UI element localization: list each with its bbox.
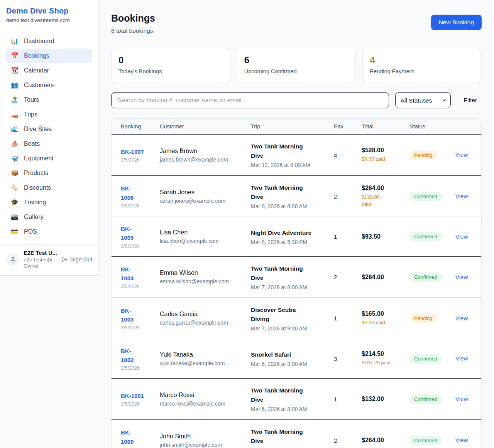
user-section: E2E Test U... e2e-tester@... Owner Sign … xyxy=(0,244,98,275)
sidebar-nav-item[interactable]: 💳 POS xyxy=(6,224,92,239)
booking-date: 3/5/2026 xyxy=(121,244,151,249)
sidebar-nav-item[interactable]: 🤿 Equipment xyxy=(6,151,92,166)
sidebar-nav-item[interactable]: 📊 Dashboard xyxy=(6,34,92,49)
sidebar-nav-item[interactable]: ⛵ Boats xyxy=(6,136,92,151)
nav-item-icon: 📅 xyxy=(11,53,19,59)
nav-item-label: Tours xyxy=(24,96,39,103)
total-amount: $165.00 xyxy=(362,310,400,317)
booking-date: 3/5/2026 xyxy=(121,325,151,330)
col-trip: Trip xyxy=(246,119,329,135)
customer-email: yuki.tanaka@example.com xyxy=(160,360,242,366)
view-link[interactable]: View xyxy=(455,396,468,402)
trip-name: Two Tank Morning Dive xyxy=(251,264,325,283)
sidebar-nav-item[interactable]: 🚤 Trips xyxy=(6,107,92,122)
booking-date: 3/5/2026 xyxy=(121,401,151,407)
status-select[interactable]: All Statuses xyxy=(395,92,451,108)
sidebar-nav-item[interactable]: 🎓 Training xyxy=(6,195,92,210)
customer-name: James Brown xyxy=(160,148,242,155)
total-amount: $528.00 xyxy=(362,147,400,154)
nav-item-label: Dashboard xyxy=(24,38,54,45)
sidebar-nav-item[interactable]: 👥 Customers xyxy=(6,78,92,93)
table-row: BK- 1006 3/5/2026 Sarah Jones sarah.jone… xyxy=(112,176,482,217)
nav-item-icon: 👥 xyxy=(11,82,19,88)
page-title: Bookings xyxy=(111,13,155,24)
table-row: BK-1001 3/5/2026 Marco Rossi marco.rossi… xyxy=(112,379,482,420)
trip-time: Mar 12, 2026 at 8:00 AM xyxy=(251,162,325,168)
nav-item-icon: 📊 xyxy=(11,38,19,44)
customer-email: john.smith@example.com xyxy=(160,442,242,448)
booking-id-link[interactable]: BK- 1004 xyxy=(121,265,134,283)
customer-email: lisa.chen@example.com xyxy=(160,238,242,244)
customer-name: Sarah Jones xyxy=(160,189,242,196)
nav-item-label: Calendar xyxy=(24,67,49,74)
view-link[interactable]: View xyxy=(455,193,468,199)
nav-item-label: Training xyxy=(24,199,46,206)
nav-item-label: Products xyxy=(24,170,48,177)
sidebar-nav-item[interactable]: 📅 Bookings xyxy=(6,49,92,63)
view-link[interactable]: View xyxy=(455,355,468,362)
sign-out-button[interactable]: Sign Out xyxy=(62,256,92,263)
nav-item-icon: 🎓 xyxy=(11,199,19,205)
booking-id-link[interactable]: BK- 1003 xyxy=(121,306,134,324)
booking-id-link[interactable]: BK- 1000 xyxy=(121,428,134,446)
user-avatar xyxy=(6,253,19,266)
nav-item-label: Customers xyxy=(24,82,54,89)
trip-name: Two Tank Morning Dive xyxy=(251,183,325,202)
view-link[interactable]: View xyxy=(455,152,468,158)
booking-id-link[interactable]: BK-1007 xyxy=(121,147,144,156)
sidebar-nav-item[interactable]: 📆 Calendar xyxy=(6,63,92,78)
new-booking-button[interactable]: New Booking xyxy=(431,15,482,30)
status-select-wrap: All Statuses xyxy=(395,92,451,108)
sidebar-nav-item[interactable]: 🌊 Dive Sites xyxy=(6,122,92,136)
trip-name: Night Dive Adventure xyxy=(251,228,325,237)
nav-item-icon: 🏷️ xyxy=(11,185,19,191)
sidebar-header: Demo Dive Shop demo.test.divestreams.com xyxy=(0,0,98,29)
view-link[interactable]: View xyxy=(455,274,468,280)
view-link[interactable]: View xyxy=(455,233,468,240)
stat-label: Today's Bookings xyxy=(118,68,223,74)
bookings-table-card: Booking Customer Trip Pax Total Status B… xyxy=(111,118,482,448)
booking-date: 3/5/2026 xyxy=(121,284,151,289)
table-row: BK- 1004 3/5/2026 Emma Wilson emma.wilso… xyxy=(112,256,482,298)
nav-item-icon: 🤿 xyxy=(11,155,19,162)
col-total: Total xyxy=(357,119,405,135)
stat-value: 6 xyxy=(244,55,349,66)
trip-name: Two Tank Morning Dive xyxy=(251,142,325,160)
paid-amount: $107.25 paid xyxy=(362,359,400,367)
total-amount: $214.50 xyxy=(362,350,400,357)
booking-id-link[interactable]: BK- 1006 xyxy=(121,184,134,202)
nav-item-icon: 📆 xyxy=(11,67,19,74)
status-badge: Confirmed xyxy=(409,354,442,364)
table-row: BK- 1002 3/5/2026 Yuki Tanaka yuki.tanak… xyxy=(112,339,482,379)
nav-item-label: Dive Sites xyxy=(24,126,52,133)
filter-button[interactable]: Filter xyxy=(464,97,477,104)
sidebar-nav-item[interactable]: 🏝️ Tours xyxy=(6,93,92,107)
col-status: Status xyxy=(405,119,451,135)
view-link[interactable]: View xyxy=(455,315,468,322)
col-customer: Customer xyxy=(155,119,246,135)
sidebar-nav-item[interactable]: 📸 Gallery xyxy=(6,210,92,224)
search-input[interactable] xyxy=(111,92,389,108)
nav-item-icon: 🏝️ xyxy=(11,97,19,103)
booking-id-link[interactable]: BK-1001 xyxy=(121,391,144,400)
customer-name: Carlos Garcia xyxy=(160,311,242,318)
trip-time: Mar 8, 2026 at 5:30 PM xyxy=(251,239,325,245)
booking-id-link[interactable]: BK- 1002 xyxy=(121,347,134,365)
trip-time: Mar 8, 2026 at 8:00 AM xyxy=(251,203,325,209)
sidebar-nav-item[interactable]: 📦 Products xyxy=(6,166,92,180)
nav-item-icon: 🚤 xyxy=(11,111,19,118)
status-badge: Confirmed xyxy=(409,232,442,241)
sidebar-nav-item[interactable]: 🏷️ Discounts xyxy=(6,180,92,195)
customer-email: marco.rossi@example.com xyxy=(160,401,242,407)
stat-label: Pending Payment xyxy=(370,68,474,74)
trip-time: Mar 6, 2026 at 9:00 AM xyxy=(251,361,325,367)
customer-email: james.brown@example.com xyxy=(160,157,242,163)
nav-item-icon: ⛵ xyxy=(11,141,19,147)
view-link[interactable]: View xyxy=(455,437,468,443)
booking-date: 3/5/2026 xyxy=(121,365,151,371)
user-info: E2E Test U... e2e-tester@... Owner xyxy=(24,250,57,269)
table-row: BK- 1005 3/5/2026 Lisa Chen lisa.chen@ex… xyxy=(112,217,482,257)
customer-email: sarah.jones@example.com xyxy=(160,198,242,204)
paid-amount: $0.00 paid xyxy=(362,156,400,163)
booking-id-link[interactable]: BK- 1005 xyxy=(121,224,134,243)
